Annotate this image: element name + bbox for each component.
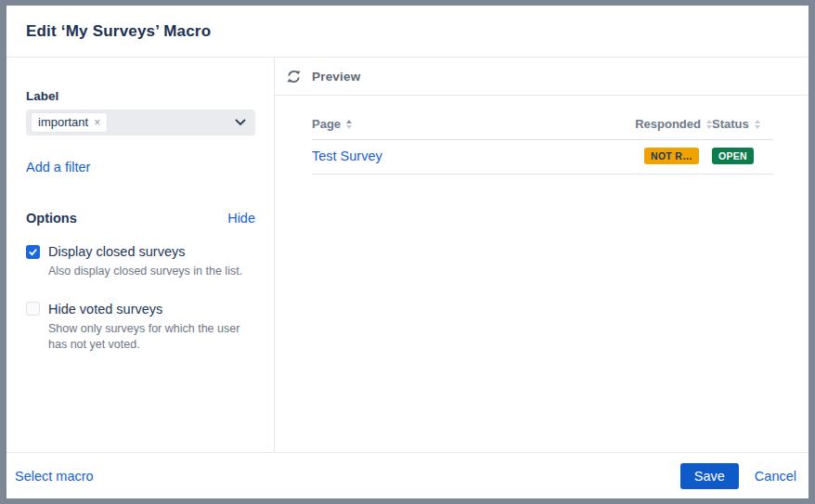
column-header-responded-label: Responded (635, 117, 701, 131)
hide-voted-surveys-label: Hide voted surveys (48, 302, 162, 317)
preview-panel: Preview Page Responded Stat (275, 58, 809, 452)
display-closed-surveys-checkbox[interactable] (26, 245, 40, 259)
display-closed-surveys-row[interactable]: Display closed surveys (26, 244, 255, 259)
cell-status: OPEN (712, 148, 773, 164)
remove-tag-icon[interactable]: × (94, 116, 100, 129)
cell-page: Test Survey (312, 149, 644, 163)
hide-options-link[interactable]: Hide (227, 211, 255, 226)
sort-icon-page[interactable] (346, 120, 352, 129)
edit-macro-dialog: Edit ‘My Surveys’ Macro Label important … (6, 6, 809, 498)
column-header-page-label: Page (312, 117, 341, 131)
options-heading: Options (26, 211, 77, 226)
survey-page-link[interactable]: Test Survey (312, 149, 382, 163)
check-icon (28, 247, 38, 257)
responded-badge: NOT R… (644, 148, 699, 164)
preview-header: Preview (275, 58, 809, 96)
survey-table: Page Responded Status (312, 117, 773, 174)
display-closed-surveys-label: Display closed surveys (48, 244, 185, 259)
dialog-header: Edit ‘My Surveys’ Macro (6, 6, 809, 58)
cancel-button[interactable]: Cancel (755, 469, 796, 484)
status-badge: OPEN (712, 148, 754, 164)
hide-voted-surveys-description: Show only surveys for which the user has… (48, 321, 255, 354)
cell-responded: NOT R… (644, 148, 712, 164)
sort-icon-status[interactable] (755, 120, 760, 129)
column-header-status-label: Status (712, 117, 749, 131)
dialog-footer: Select macro Save Cancel (6, 452, 809, 498)
table-row: Test Survey NOT R… OPEN (312, 140, 773, 174)
column-header-responded[interactable]: Responded (635, 117, 712, 131)
chevron-down-icon[interactable] (235, 119, 246, 126)
options-header-row: Options Hide (26, 211, 255, 226)
display-closed-surveys-description: Also display closed surveys in the list. (48, 264, 255, 280)
dialog-title: Edit ‘My Surveys’ Macro (26, 22, 211, 41)
hide-voted-surveys-row[interactable]: Hide voted surveys (26, 302, 255, 317)
option-hide-voted-surveys: Hide voted surveys Show only surveys for… (26, 302, 255, 354)
dialog-body: Label important × Add a filter Options H… (6, 58, 809, 452)
hide-voted-surveys-checkbox[interactable] (26, 302, 40, 316)
column-header-page[interactable]: Page (312, 117, 635, 131)
add-filter-link[interactable]: Add a filter (26, 160, 90, 174)
label-tag-text: important (38, 115, 88, 130)
preview-title: Preview (312, 70, 360, 84)
option-display-closed-surveys: Display closed surveys Also display clos… (26, 244, 255, 280)
label-select[interactable]: important × (26, 110, 255, 136)
survey-table-header: Page Responded Status (312, 117, 773, 140)
select-macro-link[interactable]: Select macro (15, 469, 94, 484)
label-tag-chip[interactable]: important × (31, 112, 108, 133)
footer-actions: Save Cancel (680, 463, 796, 489)
macro-parameters-panel: Label important × Add a filter Options H… (6, 58, 275, 452)
refresh-icon[interactable] (286, 69, 302, 84)
save-button[interactable]: Save (680, 463, 739, 489)
preview-body: Page Responded Status (275, 96, 809, 452)
label-field-label: Label (26, 89, 255, 103)
column-header-status[interactable]: Status (712, 117, 773, 131)
